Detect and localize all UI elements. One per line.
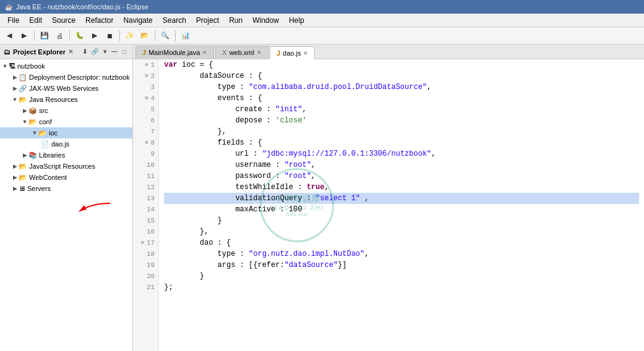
toolbar-sep-2 xyxy=(69,30,70,41)
tree-java-resources[interactable]: ▼ 📂 Java Resources xyxy=(0,94,132,105)
jaxws-icon: 🔗 xyxy=(19,85,27,93)
minimize-btn[interactable]: — xyxy=(110,48,119,56)
menu-run[interactable]: Run xyxy=(224,15,247,26)
toggle-libraries[interactable]: ▶ xyxy=(21,152,28,158)
tab-web-xml[interactable]: X web.xml ✕ xyxy=(215,46,268,59)
toggle-servers[interactable]: ▶ xyxy=(11,185,19,192)
tree-js-resources[interactable]: ▶ 📂 JavaScript Resources xyxy=(0,161,132,172)
linenum-4: ⊖4 xyxy=(137,93,155,104)
toolbar-back-btn[interactable]: ◀ xyxy=(2,29,16,43)
toggle-nutzbook[interactable]: ▼ xyxy=(1,63,9,69)
menu-search[interactable]: Search xyxy=(158,15,191,26)
linenum-2: ⊖2 xyxy=(137,70,155,82)
toolbar-new-btn[interactable]: ✨ xyxy=(123,29,137,43)
main-module-tab-close[interactable]: ✕ xyxy=(202,49,207,56)
dao-js-tab-close[interactable]: ✕ xyxy=(303,50,308,56)
toggle-src[interactable]: ▶ xyxy=(21,108,28,114)
panel-title-group: 🗂 Project Explorer ✕ xyxy=(4,48,73,56)
web-xml-tab-label: web.xml xyxy=(230,49,254,56)
tree-conf[interactable]: ▼ 📂 conf xyxy=(0,116,132,127)
toggle-jaxws[interactable]: ▶ xyxy=(11,85,19,91)
menu-refactor[interactable]: Refactor xyxy=(80,15,118,26)
code-editor[interactable]: ⊖1 ⊖2 3 ⊖4 5 6 7 ⊖8 9 10 11 12 13 14 15 … xyxy=(133,59,644,351)
tree-servers[interactable]: ▶ 🖥 Servers xyxy=(0,183,132,194)
link-with-editor-btn[interactable]: 🔗 xyxy=(90,48,99,56)
linenum-8: ⊖8 xyxy=(137,137,155,148)
dao-js-tab-icon: J xyxy=(277,49,280,57)
menu-edit[interactable]: Edit xyxy=(24,15,47,26)
dao-js-label: dao.js xyxy=(51,140,69,148)
linenum-7: 7 xyxy=(137,126,155,137)
view-menu-btn[interactable]: ▾ xyxy=(100,48,109,56)
nutzbook-label: nutzbook xyxy=(17,62,45,70)
tree-deployment[interactable]: ▶ 📋 Deployment Descriptor: nutzbook xyxy=(0,72,132,83)
linenum-19: 19 xyxy=(137,260,155,271)
toggle-webcontent[interactable]: ▶ xyxy=(11,174,19,180)
collapse-all-btn[interactable]: ⬇ xyxy=(80,48,89,56)
tab-dao-js[interactable]: J dao.js ✕ xyxy=(270,46,315,59)
panel-title: Project Explorer xyxy=(13,48,66,56)
maximize-btn[interactable]: □ xyxy=(120,48,129,56)
toolbar-search-btn[interactable]: 🔍 xyxy=(158,29,172,43)
fold-4[interactable]: ⊖ xyxy=(145,93,148,104)
editor-panel: J MainModule.java ✕ X web.xml ✕ J dao.js… xyxy=(133,44,644,351)
menu-help[interactable]: Help xyxy=(284,15,309,26)
code-line-1: var ioc = { xyxy=(164,59,639,70)
jaxws-label: JAX-WS Web Services xyxy=(29,85,98,92)
tree-nutzbook[interactable]: ▼ 🏗 nutzbook xyxy=(0,61,132,72)
code-line-21: }; xyxy=(164,282,639,293)
main-layout: 🗂 Project Explorer ✕ ⬇ 🔗 ▾ — □ ▼ 🏗 nutzb… xyxy=(0,44,644,351)
tree-ioc[interactable]: ▼ 📂 ioc xyxy=(0,127,132,138)
code-line-5: create : "init", xyxy=(164,104,639,115)
deployment-label: Deployment Descriptor: nutzbook xyxy=(29,74,130,81)
src-icon: 📦 xyxy=(28,107,37,115)
tree-dao-js[interactable]: 📄 dao.js xyxy=(0,138,132,150)
window-title: Java EE - nutzbook/conf/ioc/dao.js - Ecl… xyxy=(16,3,148,11)
tree-src[interactable]: ▶ 📦 src xyxy=(0,105,132,116)
tab-main-module[interactable]: J MainModule.java ✕ xyxy=(135,46,214,59)
fold-2[interactable]: ⊖ xyxy=(145,70,148,82)
toolbar-sep-1 xyxy=(34,30,35,41)
tree-webcontent[interactable]: ▶ 📂 WebContent xyxy=(0,172,132,183)
dao-js-icon: 📄 xyxy=(41,140,49,148)
linenum-6: 6 xyxy=(137,115,155,126)
toolbar-print-btn[interactable]: 🖨 xyxy=(53,29,66,43)
toggle-conf[interactable]: ▼ xyxy=(21,119,28,125)
tree-jaxws[interactable]: ▶ 🔗 JAX-WS Web Services xyxy=(0,83,132,94)
toggle-js-resources[interactable]: ▶ xyxy=(11,163,19,169)
toolbar-debug-btn[interactable]: 🐛 xyxy=(73,29,87,43)
menu-window[interactable]: Window xyxy=(247,15,284,26)
fold-8[interactable]: ⊖ xyxy=(145,137,148,148)
fold-1[interactable]: ⊖ xyxy=(145,59,148,70)
tree-libraries[interactable]: ▶ 📚 Libraries xyxy=(0,150,132,161)
toggle-ioc[interactable]: ▼ xyxy=(31,130,38,136)
code-line-8: fields : { xyxy=(164,137,639,148)
menu-source[interactable]: Source xyxy=(47,15,80,26)
toolbar-save-btn[interactable]: 💾 xyxy=(38,29,51,43)
linenum-17: ⊖17 xyxy=(137,237,155,248)
toolbar-open-btn[interactable]: 📂 xyxy=(138,29,152,43)
java-resources-icon: 📂 xyxy=(19,96,27,104)
fold-17[interactable]: ⊖ xyxy=(141,237,144,248)
libraries-icon: 📚 xyxy=(28,151,37,159)
toolbar-forward-btn[interactable]: ▶ xyxy=(17,29,31,43)
toolbar-perspective-btn[interactable]: 📊 xyxy=(179,29,192,43)
explorer-icon: 🗂 xyxy=(4,48,11,56)
dao-js-tab-label: dao.js xyxy=(283,49,301,57)
js-resources-label: JavaScript Resources xyxy=(29,163,95,170)
menu-project[interactable]: Project xyxy=(191,15,224,26)
web-xml-tab-close[interactable]: ✕ xyxy=(257,49,262,56)
panel-close-x[interactable]: ✕ xyxy=(68,48,73,55)
toolbar-stop-btn[interactable]: ⏹ xyxy=(103,29,116,43)
toolbar-run-btn[interactable]: ▶ xyxy=(88,29,101,43)
libraries-label: Libraries xyxy=(39,151,65,159)
toggle-deployment[interactable]: ▶ xyxy=(11,74,19,80)
tab-bar: J MainModule.java ✕ X web.xml ✕ J dao.js… xyxy=(133,44,644,59)
toolbar-sep-5 xyxy=(175,30,176,41)
toggle-java-resources[interactable]: ▼ xyxy=(11,96,19,103)
menu-navigate[interactable]: Navigate xyxy=(118,15,157,26)
menu-file[interactable]: File xyxy=(2,15,24,26)
eclipse-icon: ☕ xyxy=(5,4,12,11)
code-line-3: type : "com.alibaba.druid.pool.DruidData… xyxy=(164,82,639,93)
code-lines[interactable]: var ioc = { dataSource : { type : "com.a… xyxy=(159,59,644,351)
